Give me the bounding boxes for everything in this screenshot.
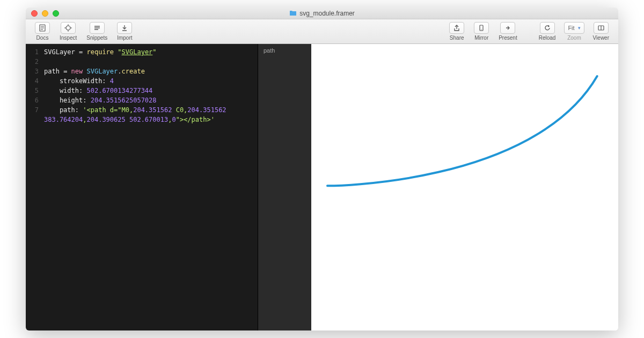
share-icon xyxy=(449,22,464,34)
code-line-4: strokeWidth: 4 xyxy=(44,76,258,86)
window-title-text: svg_module.framer xyxy=(299,10,355,17)
app-window: svg_module.framer Docs Inspect Snippets … xyxy=(26,8,618,330)
zoom-select[interactable]: Fit ▾ xyxy=(564,22,584,34)
toolbar-left: Docs Inspect Snippets Import xyxy=(31,22,136,41)
window-title: svg_module.framer xyxy=(26,10,618,17)
gutter-6: 6 xyxy=(26,95,44,105)
zoom-value: Fit xyxy=(568,25,574,31)
target-icon xyxy=(61,22,76,34)
viewer-label: Viewer xyxy=(593,35,609,41)
traffic-lights xyxy=(26,10,59,17)
chevron-down-icon: ▾ xyxy=(578,25,581,31)
gutter-7: 7 xyxy=(26,105,44,115)
snippets-button[interactable]: Snippets xyxy=(83,22,111,41)
docs-button[interactable]: Docs xyxy=(31,22,54,41)
import-button[interactable]: Import xyxy=(113,22,136,41)
gutter-1: 1 xyxy=(26,47,44,57)
layers-panel: path xyxy=(258,44,311,330)
present-label: Present xyxy=(499,35,517,41)
titlebar: svg_module.framer xyxy=(26,8,618,19)
viewer-button[interactable]: Viewer xyxy=(589,22,613,41)
toolbar-right: Share Mirror Present Reload Fit ▾ Zoo xyxy=(445,22,613,41)
import-label: Import xyxy=(117,35,132,41)
code-editor[interactable]: 1 SVGLayer = require "SVGLayer" 2 3 path… xyxy=(26,44,258,330)
code-line-7a: path: '<path d="M0,204.351562 C0,204.351… xyxy=(44,105,258,115)
present-button[interactable]: Present xyxy=(495,22,521,41)
mirror-icon xyxy=(474,22,489,34)
zoom-label: Zoom xyxy=(567,35,581,41)
reload-label: Reload xyxy=(539,35,556,41)
gutter-3: 3 xyxy=(26,67,44,76)
svg-curve xyxy=(311,44,618,205)
code-line-3: path = new SVGLayer.create xyxy=(44,67,258,76)
lines-icon xyxy=(90,22,105,34)
maximize-icon[interactable] xyxy=(53,10,59,17)
gutter-4: 4 xyxy=(26,76,44,86)
code-line-2 xyxy=(44,57,258,67)
preview-canvas[interactable] xyxy=(311,44,618,330)
curve-path xyxy=(327,76,597,186)
gutter-blank xyxy=(26,115,44,124)
docs-icon xyxy=(35,22,50,34)
svg-point-16 xyxy=(481,30,482,30)
reload-button[interactable]: Reload xyxy=(535,22,560,41)
mirror-button[interactable]: Mirror xyxy=(470,22,493,41)
gutter-2: 2 xyxy=(26,57,44,67)
mirror-label: Mirror xyxy=(474,35,488,41)
play-icon xyxy=(500,22,515,34)
folder-icon xyxy=(289,10,297,16)
share-button[interactable]: Share xyxy=(445,22,468,41)
reload-icon xyxy=(540,22,555,34)
code-line-5: width: 502.6700134277344 xyxy=(44,86,258,95)
docs-label: Docs xyxy=(36,35,49,41)
code-line-6: height: 204.3515625057028 xyxy=(44,95,258,105)
viewer-icon xyxy=(594,22,609,34)
code-line-7b: 383.764204,204.390625 502.670013,0"></pa… xyxy=(44,115,258,124)
toolbar: Docs Inspect Snippets Import Share xyxy=(26,19,618,44)
code-line-1: SVGLayer = require "SVGLayer" xyxy=(44,47,258,57)
minimize-icon[interactable] xyxy=(42,10,48,17)
svg-point-4 xyxy=(66,26,70,30)
main-area: 1 SVGLayer = require "SVGLayer" 2 3 path… xyxy=(26,44,618,330)
close-icon[interactable] xyxy=(31,10,38,17)
zoom-group: Fit ▾ Zoom xyxy=(561,22,587,41)
download-icon xyxy=(117,22,132,34)
inspect-button[interactable]: Inspect xyxy=(56,22,80,41)
snippets-label: Snippets xyxy=(86,35,107,41)
layer-item-path[interactable]: path xyxy=(264,47,306,54)
gutter-5: 5 xyxy=(26,86,44,95)
share-label: Share xyxy=(450,35,464,41)
inspect-label: Inspect xyxy=(60,35,77,41)
